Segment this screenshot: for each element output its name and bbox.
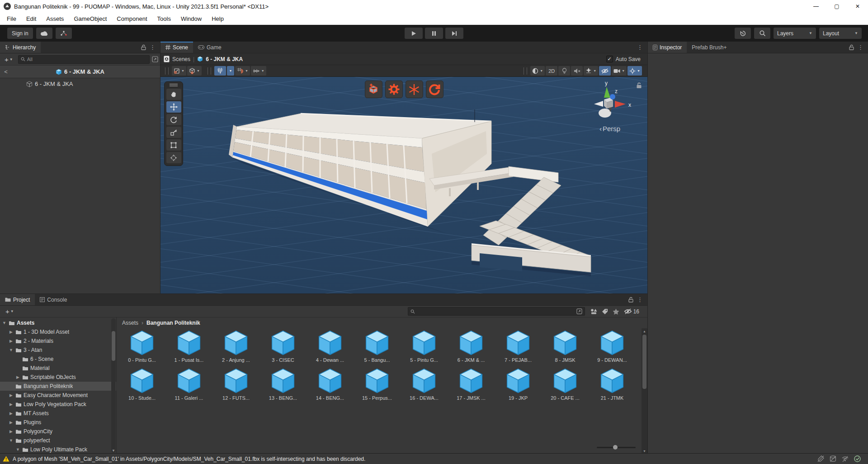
pause-button[interactable] <box>425 28 443 39</box>
expand-arrow-icon[interactable]: ▼ <box>15 447 20 452</box>
asset-item[interactable]: 20 - CAFE ... <box>543 367 587 401</box>
lock-icon[interactable] <box>141 44 146 50</box>
expand-arrow-icon[interactable]: ▶ <box>9 393 14 398</box>
brush-muted-icon[interactable] <box>817 455 824 462</box>
layers-dropdown[interactable]: Layers▼ <box>774 28 816 39</box>
expand-arrow-icon[interactable]: ▶ <box>9 402 14 407</box>
asset-item[interactable]: 15 - Perpus... <box>355 367 399 401</box>
refresh-rotate-button[interactable] <box>426 80 443 98</box>
maximize-button[interactable]: ▢ <box>826 0 847 13</box>
breadcrumb-assets[interactable]: Assets <box>122 320 138 326</box>
asset-item[interactable]: 14 - BENG... <box>308 367 352 401</box>
menu-item[interactable]: Tools <box>152 13 176 25</box>
open-search-window-icon[interactable] <box>576 308 582 314</box>
move-tool-button[interactable] <box>166 101 181 113</box>
tree-item[interactable]: ▶ 2 - Materials <box>0 336 116 346</box>
breadcrumb-scenes[interactable]: Scenes <box>172 56 190 62</box>
slider-knob[interactable] <box>613 445 618 450</box>
asset-item[interactable]: 2 - Anjung ... <box>214 329 258 363</box>
tool-handle-position-button[interactable]: ▼ <box>172 66 186 76</box>
rotate-tool-button[interactable] <box>166 114 181 125</box>
expand-arrow-icon[interactable]: ▶ <box>9 330 14 334</box>
menu-item[interactable]: Window <box>176 13 207 25</box>
stack-muted-icon[interactable] <box>830 455 836 462</box>
play-button[interactable] <box>405 28 423 39</box>
hidden-objects-toggle[interactable] <box>599 66 611 76</box>
tree-item[interactable]: ▶ PolygonCity <box>0 427 116 436</box>
asset-item[interactable]: 5 - Pintu G... <box>402 329 446 363</box>
camera-settings-button[interactable]: ▼ <box>612 66 627 76</box>
undo-history-button[interactable] <box>735 28 751 39</box>
network-muted-icon[interactable] <box>842 455 849 462</box>
tree-item[interactable]: Material <box>0 364 116 373</box>
effects-toggle-button[interactable]: ▼ <box>584 66 598 76</box>
expand-arrow-icon[interactable]: ▶ <box>9 420 14 425</box>
drag-handle[interactable] <box>524 67 527 75</box>
tab-prefab-brush[interactable]: Prefab Brush+ <box>687 42 731 53</box>
tree-item[interactable]: ▶ Plugins <box>0 418 116 427</box>
asset-item[interactable]: 1 - Pusat Is... <box>167 329 211 363</box>
tree-item[interactable]: ▶ Easy Character Movement <box>0 391 116 400</box>
tab-project[interactable]: Project <box>0 294 35 305</box>
menu-item[interactable]: Assets <box>41 13 69 25</box>
favorites-star-icon[interactable] <box>613 308 619 315</box>
expand-arrow-icon[interactable]: ▶ <box>9 339 14 343</box>
asset-zoom-slider[interactable] <box>597 445 636 450</box>
scroll-down-icon[interactable]: ▼ <box>111 449 116 453</box>
pick-window-icon[interactable] <box>152 56 158 62</box>
minimize-button[interactable]: — <box>806 0 826 13</box>
hidden-packages-toggle[interactable]: 16 <box>624 308 639 315</box>
panel-menu-icon[interactable]: ⋮ <box>637 44 643 51</box>
tree-item[interactable]: ▼ Low Poly Ultimate Pack <box>0 445 116 454</box>
asset-item[interactable]: 10 - Stude... <box>120 367 164 401</box>
grid-scrollbar[interactable]: ▲ ▼ <box>642 328 647 454</box>
transform-tool-button[interactable] <box>166 152 181 163</box>
tree-item[interactable]: ▶ MT Assets <box>0 409 116 418</box>
snap-settings-button[interactable]: ▼ <box>251 66 266 76</box>
menu-item[interactable]: File <box>2 13 21 25</box>
2d-toggle-button[interactable]: 2D <box>546 66 557 76</box>
snap-increment-button[interactable]: ▼ <box>235 66 250 76</box>
tree-item[interactable]: Bangunan Politeknik <box>0 382 116 391</box>
grid-snapping-button[interactable]: Y <box>214 66 226 76</box>
auto-save-checkbox[interactable]: ✓ <box>606 56 613 62</box>
create-asset-button[interactable]: +▼ <box>3 308 17 315</box>
menu-item[interactable]: Component <box>112 13 152 25</box>
asset-item[interactable]: 9 - DEWAN... <box>590 329 634 363</box>
asset-item[interactable]: 0 - Pintu G... <box>120 329 164 363</box>
scene-viewport[interactable]: y x z ‹ Persp <box>160 77 647 294</box>
asset-item[interactable]: 12 - FUTS... <box>214 367 258 401</box>
expand-arrow-icon[interactable]: ▶ <box>9 411 14 416</box>
check-circle-icon[interactable] <box>854 455 861 462</box>
scale-tool-button[interactable] <box>166 127 181 138</box>
panel-menu-icon[interactable]: ⋮ <box>150 44 156 51</box>
search-button[interactable] <box>754 28 770 39</box>
tree-item[interactable]: ▼ polyperfect <box>0 436 116 445</box>
filter-by-type-icon[interactable] <box>590 308 597 315</box>
lock-icon[interactable] <box>628 297 633 303</box>
tree-item[interactable]: ▼ 3 - Atan <box>0 346 116 355</box>
project-search-input[interactable] <box>408 307 585 316</box>
layout-dropdown[interactable]: Layout▼ <box>819 28 862 39</box>
gizmos-toggle-button[interactable]: ▼ <box>627 66 642 76</box>
asset-item[interactable]: 5 - Bangu... <box>355 329 399 363</box>
tab-game[interactable]: Game <box>193 42 226 53</box>
overlay-drag-handle[interactable] <box>170 84 178 86</box>
prefab-add-button[interactable] <box>365 80 382 98</box>
snap-asterisk-button[interactable] <box>406 80 423 98</box>
projection-mode-label[interactable]: ‹ Persp <box>585 125 635 133</box>
hierarchy-search-input[interactable]: All <box>18 55 150 64</box>
expand-arrow-icon[interactable]: ▼ <box>2 321 7 325</box>
step-button[interactable] <box>445 28 463 39</box>
tab-scene[interactable]: Scene <box>160 42 193 53</box>
tab-hierarchy[interactable]: Hierarchy <box>0 42 41 53</box>
lock-icon[interactable] <box>849 44 854 50</box>
rect-tool-button[interactable] <box>166 139 181 151</box>
draw-mode-button[interactable]: ▼ <box>530 66 545 76</box>
asset-item[interactable]: 4 - Dewan ... <box>308 329 352 363</box>
asset-item[interactable]: 17 - JMSK ... <box>449 367 493 401</box>
asset-item[interactable]: 7 - PEJAB... <box>496 329 540 363</box>
close-button[interactable]: ✕ <box>847 0 868 13</box>
view-lock-icon[interactable] <box>636 82 642 89</box>
tab-inspector[interactable]: Inspector <box>648 42 687 53</box>
